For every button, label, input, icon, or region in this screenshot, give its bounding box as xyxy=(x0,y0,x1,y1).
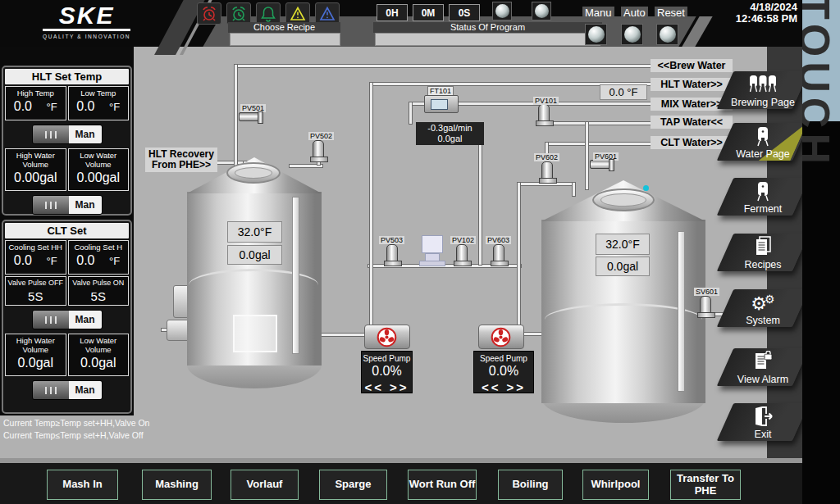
boiling-button[interactable]: Boiling xyxy=(498,470,563,500)
hlt-water-label: HLT Water>> xyxy=(651,78,733,91)
toggle-knob xyxy=(33,311,69,329)
valve-pv603[interactable]: PV603 xyxy=(493,244,504,262)
valve-pv102[interactable]: PV102 xyxy=(456,244,468,262)
recovery-line: From PHE>> xyxy=(145,160,217,170)
manu-button[interactable] xyxy=(585,24,607,45)
auto-button[interactable] xyxy=(621,24,643,45)
field-unit: °F xyxy=(47,255,57,267)
warning-button[interactable] xyxy=(285,2,310,25)
vorlauf-button[interactable]: Vorlauf xyxy=(231,470,299,500)
toggle-knob xyxy=(33,381,69,399)
wort-run-off-button[interactable]: Wort Run Off xyxy=(408,470,477,500)
hlt-high-temp-field[interactable]: High Temp 0.0°F xyxy=(5,86,66,120)
note-line: Current Temp≤Temp set+H,Valve Off xyxy=(3,429,149,442)
field-label: Valve Pulse OFF xyxy=(7,279,65,288)
pump1-speed-adjust[interactable]: << >> xyxy=(362,380,412,394)
hlt-volume-readout: 0.0gal xyxy=(227,245,282,265)
valve-label: PV601 xyxy=(593,152,619,161)
clt-valve-pulse-off-field[interactable]: Valve Pulse OFF 5S xyxy=(5,276,66,306)
top-bar: SKE QUALITY & INNOVATION Choose Recipe 0… xyxy=(0,0,840,47)
status-of-program-label: Status Of Program xyxy=(373,22,602,33)
hlt-temp-auto-man-toggle[interactable]: Man xyxy=(32,125,103,144)
hlt-low-temp-field[interactable]: Low Temp 0.0°F xyxy=(68,86,130,120)
field-value: 0.0 xyxy=(76,99,94,114)
clt-pulse-auto-man-toggle[interactable]: Man xyxy=(32,310,103,329)
toggle-state: Man xyxy=(69,381,102,399)
bell-button[interactable] xyxy=(256,2,281,25)
valve-pv601[interactable]: PV601 xyxy=(590,160,611,169)
timer-seconds-button[interactable]: 0S xyxy=(449,4,480,21)
nav-ferment[interactable]: Ferment xyxy=(725,178,801,216)
logo-tagline: QUALITY & INNOVATION xyxy=(43,34,130,39)
nav-exit[interactable]: Exit xyxy=(725,403,801,441)
clt-cooling-set-h-field[interactable]: Cooling Set H 0.0°F xyxy=(68,240,130,275)
hlt-low-volume-field[interactable]: Low Water Volume 0.00gal xyxy=(68,148,130,191)
clt-low-volume-field[interactable]: Low Water Volume 0.0gal xyxy=(68,334,130,376)
alarm-history-button[interactable] xyxy=(197,2,221,25)
valve-label: PV603 xyxy=(486,236,511,244)
field-label: High Water Volume xyxy=(7,151,65,169)
hlt-high-volume-field[interactable]: High Water Volume 0.00gal xyxy=(5,148,66,191)
field-label: High Temp xyxy=(7,89,65,98)
status-led-2[interactable] xyxy=(532,2,551,20)
valve-sv601[interactable]: SV601 xyxy=(700,296,711,314)
valve-label: PV503 xyxy=(379,236,404,244)
timer-hours-button[interactable]: 0H xyxy=(377,4,408,21)
nav-brewing-page[interactable]: Brewing Page xyxy=(725,71,801,109)
info-alert-button[interactable] xyxy=(315,2,340,25)
pump-fan-icon xyxy=(491,327,511,347)
clt-tank xyxy=(541,180,705,423)
field-value: 0.00gal xyxy=(7,170,65,185)
field-label: Low Water Volume xyxy=(70,151,128,169)
clt-valve-pulse-on-field[interactable]: Valve Pulse ON 5S xyxy=(68,276,130,306)
valve-pv502[interactable]: PV502 xyxy=(313,140,324,158)
nav-label: View Alarm xyxy=(725,374,801,385)
whirlpool-button[interactable]: Whirlpool xyxy=(582,470,649,500)
field-label: Low Temp xyxy=(70,89,128,98)
mash-in-button[interactable]: Mash In xyxy=(47,470,118,500)
valve-pv503[interactable]: PV503 xyxy=(386,244,398,262)
field-value: 0.0gal xyxy=(70,356,128,370)
nav-system[interactable]: ⚙⚙ System xyxy=(725,289,801,327)
reset-button[interactable] xyxy=(656,24,678,45)
led-lamp xyxy=(588,26,605,43)
status-input[interactable] xyxy=(375,33,600,46)
sparge-button[interactable]: Sparge xyxy=(319,470,387,500)
timer-minutes-button[interactable]: 0M xyxy=(413,4,444,21)
nav-water-page[interactable]: Water Page xyxy=(725,123,801,161)
toggle-state: Man xyxy=(69,125,102,143)
hlt-volume-auto-man-toggle[interactable]: Man xyxy=(32,195,103,215)
time-text: 12:46:58 PM xyxy=(736,13,797,25)
hlt-temp-readout: 32.0°F xyxy=(227,221,282,243)
pump-2[interactable] xyxy=(478,325,524,349)
field-label: Low Water Volume xyxy=(70,336,128,354)
mashing-button[interactable]: Mashing xyxy=(142,470,212,500)
recipe-input[interactable] xyxy=(230,33,340,46)
pump-speed-value: 0.0% xyxy=(474,364,533,379)
pump-1[interactable] xyxy=(364,325,410,349)
clt-cooling-set-hh-field[interactable]: Cooling Set HH 0.0°F xyxy=(5,240,66,275)
nav-view-alarm[interactable]: View Alarm xyxy=(725,348,801,386)
valve-logic-notes: Current Temp≥Temp set+HH,Valve On Curren… xyxy=(3,417,149,442)
toggle-knob xyxy=(33,196,69,214)
status-led-1[interactable] xyxy=(492,2,512,20)
pump2-speed-adjust[interactable]: << >> xyxy=(474,380,533,394)
led-lamp xyxy=(495,4,509,18)
clt-volume-auto-man-toggle[interactable]: Man xyxy=(32,380,103,400)
valve-pv602[interactable]: PV602 xyxy=(541,161,553,179)
valve-label: PV102 xyxy=(450,236,476,244)
valve-pv101[interactable]: PV101 xyxy=(538,104,550,122)
gears-icon: ⚙⚙ xyxy=(725,289,801,316)
nav-label: Recipes xyxy=(725,259,801,270)
date-text: 4/18/2024 xyxy=(736,2,797,13)
pump-label: Speed Pump xyxy=(474,354,533,363)
field-value: 0.0 xyxy=(14,99,32,114)
transfer-to-phe-button[interactable]: Transfer To PHE xyxy=(670,470,741,500)
flow-transmitter-ft101[interactable] xyxy=(424,95,459,113)
valve-label: SV601 xyxy=(694,288,719,296)
timer-button[interactable] xyxy=(226,2,251,25)
field-value: 0.0gal xyxy=(7,356,65,370)
clt-high-volume-field[interactable]: High Water Volume 0.0gal xyxy=(5,334,66,376)
nav-recipes[interactable]: Recipes xyxy=(725,234,801,271)
valve-pv501[interactable]: PV501 xyxy=(239,112,260,121)
